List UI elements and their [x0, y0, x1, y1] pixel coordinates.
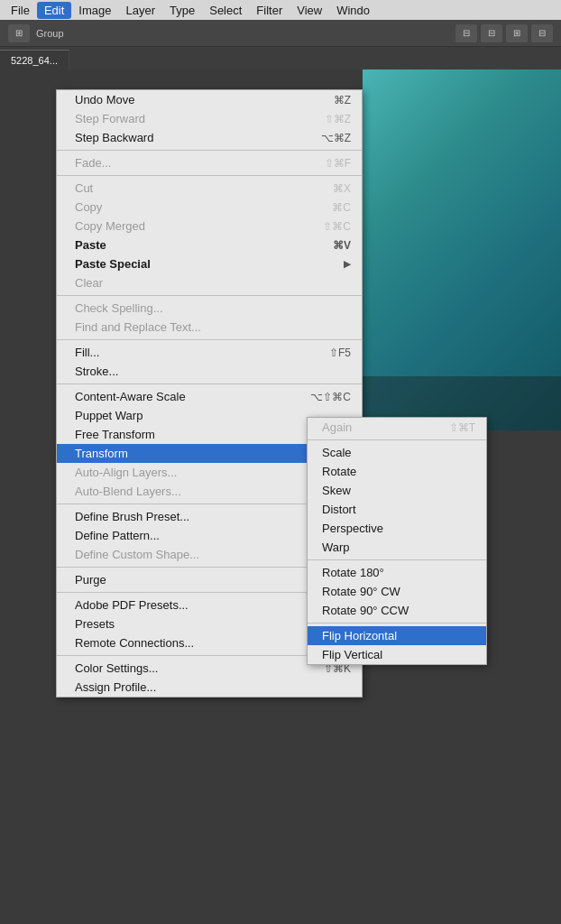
- menu-content-aware[interactable]: Content-Aware Scale ⌥⇧⌘C: [57, 387, 362, 406]
- menubar-item-file[interactable]: File: [4, 2, 37, 19]
- submenu-sep-1: [308, 439, 486, 440]
- content-area: Undo Move ⌘Z Step Forward ⇧⌘Z Step Backw…: [0, 69, 561, 921]
- toolbar-group-label: Group: [32, 28, 68, 39]
- menubar-item-edit[interactable]: Edit: [37, 2, 71, 19]
- submenu-distort[interactable]: Distort: [308, 500, 486, 519]
- menu-fill[interactable]: Fill... ⇧F5: [57, 343, 362, 362]
- menu-sep-1: [57, 150, 362, 151]
- menu-assign-profile[interactable]: Assign Profile...: [57, 678, 362, 697]
- menu-fade[interactable]: Fade... ⇧⌘F: [57, 153, 362, 172]
- submenu-flip-horizontal[interactable]: Flip Horizontal: [308, 626, 486, 645]
- menu-stroke[interactable]: Stroke...: [57, 362, 362, 381]
- submenu-again[interactable]: Again ⇧⌘T: [308, 418, 486, 437]
- submenu-sep-2: [308, 559, 486, 560]
- transform-submenu: Again ⇧⌘T Scale Rotate Skew Distort Pers…: [307, 417, 487, 665]
- menu-sep-4: [57, 339, 362, 340]
- menu-copy[interactable]: Copy ⌘C: [57, 198, 362, 217]
- align-btn-1[interactable]: ⊟: [455, 23, 478, 43]
- menu-paste[interactable]: Paste ⌘V: [57, 236, 362, 254]
- submenu-rotate90ccw[interactable]: Rotate 90° CCW: [308, 601, 486, 620]
- menubar-item-layer[interactable]: Layer: [119, 2, 163, 19]
- menu-copy-merged[interactable]: Copy Merged ⇧⌘C: [57, 217, 362, 236]
- menu-paste-special[interactable]: Paste Special ▶: [57, 254, 362, 273]
- submenu-skew[interactable]: Skew: [308, 481, 486, 500]
- submenu-rotate[interactable]: Rotate: [308, 462, 486, 481]
- menu-check-spelling[interactable]: Check Spelling...: [57, 299, 362, 318]
- menubar-item-select[interactable]: Select: [202, 2, 249, 19]
- submenu-rotate180[interactable]: Rotate 180°: [308, 563, 486, 582]
- menu-clear[interactable]: Clear: [57, 273, 362, 292]
- align-btn-2[interactable]: ⊟: [480, 23, 503, 43]
- toolbar-group-1: ⊞ Group: [7, 23, 68, 43]
- tab-bar: 5228_64...: [0, 47, 561, 69]
- menu-cut[interactable]: Cut ⌘X: [57, 179, 362, 198]
- menubar-item-image[interactable]: Image: [71, 2, 118, 19]
- menu-find-replace[interactable]: Find and Replace Text...: [57, 318, 362, 337]
- submenu-flip-vertical[interactable]: Flip Vertical: [308, 645, 486, 664]
- align-btn-4[interactable]: ⊟: [530, 23, 554, 43]
- submenu-scale[interactable]: Scale: [308, 443, 486, 462]
- menu-undo-move[interactable]: Undo Move ⌘Z: [57, 90, 362, 109]
- menu-sep-5: [57, 383, 362, 384]
- menu-step-forward[interactable]: Step Forward ⇧⌘Z: [57, 109, 362, 128]
- menubar: File Edit Image Layer Type Select Filter…: [0, 0, 561, 20]
- menu-sep-3: [57, 295, 362, 296]
- menu-sep-2: [57, 175, 362, 176]
- document-tab[interactable]: 5228_64...: [0, 50, 69, 69]
- canvas: [363, 69, 561, 430]
- menubar-item-view[interactable]: View: [290, 2, 329, 19]
- submenu-rotate90cw[interactable]: Rotate 90° CW: [308, 582, 486, 601]
- toolbar-btn-1[interactable]: ⊞: [7, 23, 31, 43]
- toolbar-align-group: ⊟ ⊟ ⊞ ⊟: [455, 23, 554, 43]
- submenu-perspective[interactable]: Perspective: [308, 519, 486, 538]
- toolbar: ⊞ Group ⊟ ⊟ ⊞ ⊟: [0, 20, 561, 47]
- menubar-item-type[interactable]: Type: [162, 2, 202, 19]
- align-btn-3[interactable]: ⊞: [505, 23, 529, 43]
- menubar-item-window[interactable]: Windo: [329, 2, 377, 19]
- menubar-item-filter[interactable]: Filter: [249, 2, 290, 19]
- submenu-warp[interactable]: Warp: [308, 538, 486, 557]
- submenu-sep-3: [308, 623, 486, 624]
- menu-step-backward[interactable]: Step Backward ⌥⌘Z: [57, 128, 362, 147]
